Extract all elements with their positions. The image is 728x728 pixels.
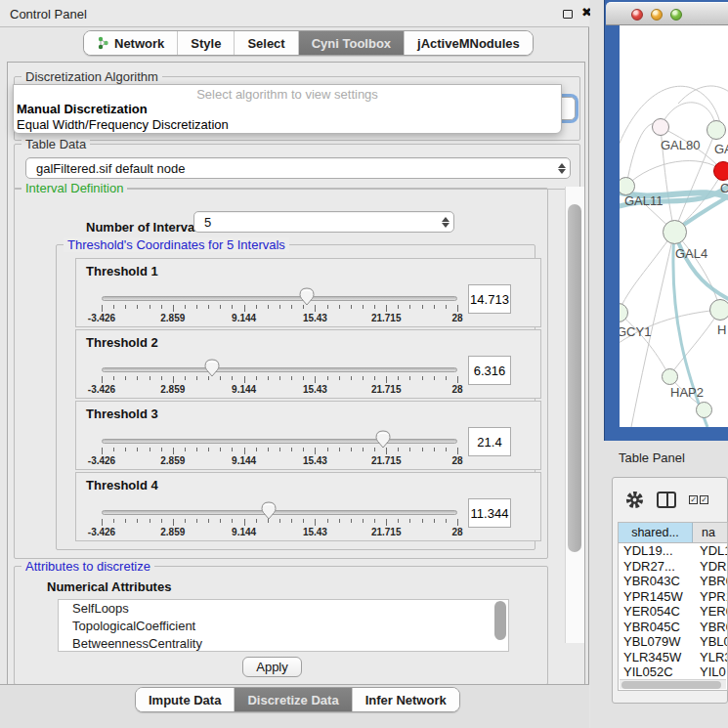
tick-mark [422, 305, 423, 309]
threshold-4-slider-track[interactable] [102, 510, 457, 515]
tick-mark [434, 376, 435, 380]
table-data-combo[interactable]: galFiltered.sif default node [25, 157, 571, 179]
table-row[interactable]: YIL052CYIL0 [619, 664, 727, 680]
tab-discretize-data[interactable]: Discretize Data [235, 688, 352, 711]
cell-name[interactable]: YLR3 [693, 650, 727, 665]
tick-mark [150, 376, 150, 380]
table-row[interactable]: YPR145WYPR1 [619, 589, 727, 605]
table-row[interactable]: YDL19...YDL1 [619, 543, 727, 559]
threshold-2-value-field[interactable]: 6.316 [468, 356, 511, 385]
option-equal-width-frequency[interactable]: Equal Width/Frequency Discretization [14, 117, 561, 133]
network-window-titlebar[interactable] [606, 2, 728, 25]
tab-jactivemnodules[interactable]: jActiveMNodules [405, 31, 533, 55]
threshold-3-value-field[interactable]: 21.4 [468, 427, 511, 456]
cell-shared-name[interactable]: YBR045C [619, 620, 693, 635]
zoom-traffic-light-icon[interactable] [670, 9, 682, 21]
cell-name[interactable]: YPR1 [693, 589, 727, 605]
cell-name[interactable]: YBR0 [693, 620, 727, 635]
attribute-list-item[interactable]: BetweennessCentrality [59, 635, 508, 652]
tab-impute-data[interactable]: Impute Data [136, 688, 235, 711]
table-row[interactable]: YER054CYER0 [619, 604, 727, 620]
node-h[interactable] [709, 299, 728, 321]
cell-name[interactable]: YBR0 [693, 574, 727, 589]
numerical-attributes-list[interactable]: SelfLoopsTopologicalCoefficientBetweenne… [58, 599, 509, 652]
cell-name[interactable]: YIL0 [693, 664, 727, 680]
table-row[interactable]: YBR045CYBR0 [619, 620, 727, 635]
threshold-2-panel: Threshold 2 -3.4262.8599.14415.4321.7152… [75, 329, 541, 399]
node-red[interactable] [713, 161, 728, 181]
tick-mark [256, 448, 257, 451]
cell-shared-name[interactable]: YDR27... [619, 559, 693, 575]
tab-select[interactable]: Select [235, 31, 298, 55]
attribute-list-item[interactable]: SelfLoops [59, 600, 508, 618]
node-gal80[interactable] [652, 118, 669, 136]
network-canvas[interactable]: GAL80 GA C GAL11 GAL4 GCY1 H HAP2 [620, 25, 728, 427]
table-hscrollbar-thumb[interactable] [621, 681, 721, 689]
tab-cyni-toolbox[interactable]: Cyni Toolbox [299, 31, 405, 55]
num-intervals-combo[interactable]: 5 [193, 211, 454, 233]
cell-name[interactable]: YBL0 [693, 634, 727, 650]
tab-label: Style [191, 36, 221, 51]
tick-label: 2.859 [160, 313, 185, 323]
table-row[interactable]: YBL079WYBL0 [619, 634, 727, 650]
tab-style[interactable]: Style [178, 31, 235, 55]
column-header-shared-name[interactable]: shared... [619, 523, 693, 542]
node-gal4[interactable] [663, 220, 687, 244]
tab-infer-network[interactable]: Infer Network [353, 688, 459, 711]
threshold-1-slider-track[interactable] [102, 296, 457, 301]
tick-mark [220, 519, 221, 523]
threshold-1-value-field[interactable]: 14.713 [468, 284, 511, 314]
cell-shared-name[interactable]: YBR043C [619, 574, 693, 589]
gear-icon[interactable] [625, 491, 644, 509]
threshold-3-slider-thumb[interactable] [375, 430, 391, 449]
table-body: YDL19...YDL1YDR27...YDR2YBR043CYBR0YPR14… [619, 543, 727, 680]
cell-shared-name[interactable]: YBL079W [619, 634, 693, 650]
node-hap2[interactable] [662, 368, 678, 385]
table-row[interactable]: YBR043CYBR0 [619, 574, 727, 589]
tick-mark [113, 448, 114, 451]
tick-label: 9.144 [232, 455, 256, 466]
tick-mark [327, 305, 328, 309]
cell-shared-name[interactable]: YIL052C [619, 664, 693, 680]
tab-network[interactable]: Network [84, 31, 178, 55]
column-header-name[interactable]: na [693, 523, 727, 542]
close-traffic-light-icon[interactable] [631, 9, 643, 21]
cell-shared-name[interactable]: YER054C [619, 604, 693, 620]
threshold-4-slider-thumb[interactable] [261, 501, 277, 520]
table-hscrollbar-track[interactable] [620, 679, 726, 689]
group-title: Threshold's Coordinates for 5 Intervals [64, 237, 289, 252]
checkbox-icons[interactable]: ✓ ✓ [689, 495, 708, 504]
node-bottom-partial[interactable] [696, 402, 712, 418]
tick-mark [196, 519, 197, 523]
cell-shared-name[interactable]: YPR145W [619, 589, 693, 605]
node-top-right[interactable] [707, 120, 726, 140]
tick-label: 28 [451, 527, 462, 537]
settings-scrollbar-thumb[interactable] [568, 204, 581, 552]
threshold-2-slider-track[interactable] [102, 367, 457, 372]
tick-mark [315, 448, 316, 454]
threshold-1-slider-thumb[interactable] [299, 287, 315, 306]
attribute-list-item[interactable]: TopologicalCoefficient [59, 618, 508, 635]
threshold-3-slider-track[interactable] [102, 439, 457, 444]
tick-mark [150, 448, 150, 451]
tick-mark [173, 448, 174, 454]
tick-mark [339, 376, 340, 380]
cell-shared-name[interactable]: YLR345W [619, 650, 693, 665]
tick-mark [363, 305, 364, 309]
table-row[interactable]: YDR27...YDR2 [619, 559, 727, 575]
attributes-list-scrollbar[interactable] [494, 601, 506, 640]
cell-shared-name[interactable]: YDL19... [619, 543, 693, 559]
tick-label: 21.715 [371, 384, 402, 395]
tick-label: 21.715 [371, 313, 402, 323]
cell-name[interactable]: YDR2 [693, 559, 727, 575]
minimize-traffic-light-icon[interactable] [651, 9, 663, 21]
table-row[interactable]: YLR345WYLR3 [619, 650, 727, 665]
float-window-icon[interactable] [563, 10, 573, 19]
columns-icon[interactable] [657, 492, 676, 508]
threshold-2-slider-thumb[interactable] [204, 359, 220, 377]
cell-name[interactable]: YER0 [693, 604, 727, 620]
apply-button[interactable]: Apply [242, 657, 302, 677]
cell-name[interactable]: YDL1 [693, 543, 727, 559]
option-manual-discretization[interactable]: Manual Discretization [14, 102, 561, 117]
threshold-4-value-field[interactable]: 11.344 [468, 498, 511, 528]
